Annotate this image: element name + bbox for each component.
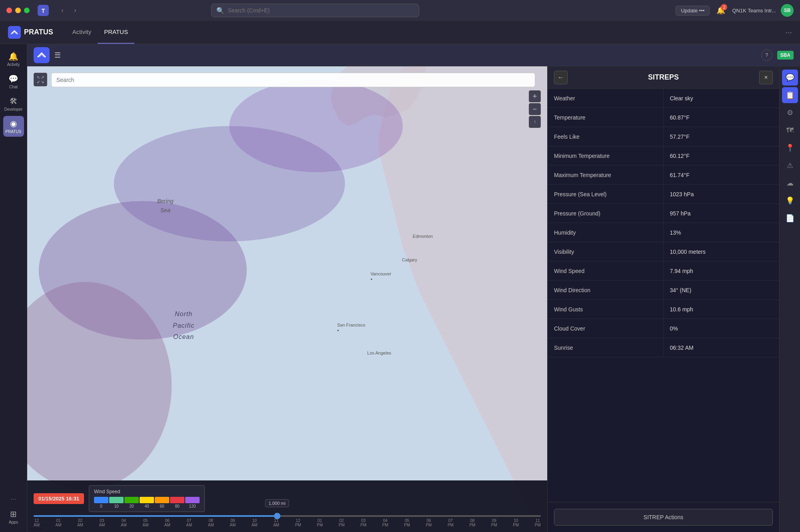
sitreps-back-button[interactable]: ← [554, 71, 568, 84]
calgary-label: Calgary [402, 257, 417, 262]
main-layout: 🔔 Activity 💬 Chat 🛠 Developer ◉ PRATUS ·… [0, 44, 800, 532]
pressure-sea-label: Pressure (Sea Level) [548, 185, 664, 203]
nav-more-button[interactable]: ··· [785, 28, 792, 37]
chat-bubble-icon: 💬 [786, 73, 794, 82]
ws-0: 0 [94, 497, 108, 508]
brand: PRATUS [8, 26, 53, 39]
user-avatar[interactable]: SB [781, 4, 794, 17]
activity-icon: 🔔 [8, 52, 18, 61]
maximize-window-button[interactable] [24, 8, 30, 13]
temperature-label: Temperature [548, 108, 664, 127]
map-area[interactable]: BeringSea NorthPacificOcean Edmonton Cal… [27, 66, 547, 532]
forward-nav-button[interactable]: › [70, 5, 81, 16]
compass-button[interactable]: ↑ [529, 116, 541, 128]
back-nav-button[interactable]: ‹ [57, 5, 68, 16]
app-header: ☰ ? SBA [27, 44, 800, 66]
teams-logo-icon: T [38, 5, 49, 16]
right-strip-settings-button[interactable]: ⚙ [782, 105, 798, 121]
zoom-out-button[interactable]: − [529, 103, 541, 115]
svg-text:T: T [42, 8, 45, 14]
ws-label-80: 80 [175, 504, 179, 508]
hamburger-menu-button[interactable]: ☰ [54, 51, 61, 60]
zoom-in-button[interactable]: + [529, 90, 541, 102]
ws-label-60: 60 [160, 504, 164, 508]
address-search-input[interactable] [228, 7, 414, 14]
ws-swatch-80 [170, 497, 184, 503]
timeline-slider[interactable]: 1,000 mi [34, 515, 541, 517]
wind-dir-value: 34° (NE) [664, 281, 780, 299]
timeline-top: 01/15/2025 16:31 Wind Speed 0 10 [34, 485, 541, 512]
update-button[interactable]: Update ••• [676, 6, 710, 16]
table-row: Pressure (Ground) 957 hPa [548, 204, 779, 223]
right-strip-lightbulb-button[interactable]: 💡 [782, 193, 798, 209]
map-search-input[interactable] [51, 73, 535, 87]
sitreps-data-table: Weather Clear sky Temperature 60.87°F Fe… [548, 89, 779, 502]
address-search-bar[interactable]: 🔍 [211, 4, 419, 17]
wind-speed-legend: Wind Speed 0 10 [89, 485, 205, 512]
right-strip-location-button[interactable]: 📍 [782, 140, 798, 156]
vancouver-label: Vancouver● [370, 271, 391, 281]
update-label: Update ••• [681, 8, 704, 14]
cloud-cover-label: Cloud Cover [548, 319, 664, 338]
user-badge: SBA [777, 51, 794, 60]
sidebar-more-button[interactable]: ··· [10, 495, 16, 503]
zoom-controls: + − ↑ [529, 90, 541, 128]
right-strip-document-button[interactable]: 📋 [782, 87, 798, 103]
table-row: Wind Direction 34° (NE) [548, 281, 779, 300]
right-strip-chat-button[interactable]: 💬 [782, 70, 798, 86]
la-label: Los Angeles [367, 351, 391, 355]
ws-40: 40 [140, 497, 154, 508]
right-strip-report-button[interactable]: 📄 [782, 210, 798, 226]
help-button[interactable]: ? [761, 50, 772, 61]
title-bar: T ‹ › 🔍 Update ••• 🔔 2 QN1K Teams Intr..… [0, 0, 800, 21]
settings-gear-icon: ⚙ [787, 108, 793, 117]
map-search-container[interactable] [51, 73, 535, 87]
right-strip-cloud-button[interactable]: ☁ [782, 175, 798, 191]
sidebar-item-activity[interactable]: 🔔 Activity [3, 49, 24, 70]
map-background: BeringSea NorthPacificOcean Edmonton Cal… [27, 66, 547, 532]
ws-label-120: 120 [189, 504, 196, 508]
map-book-icon: 🗺 [786, 126, 794, 135]
notifications-button[interactable]: 🔔 2 [714, 4, 727, 17]
developer-icon: 🛠 [10, 97, 18, 106]
sidebar-item-chat[interactable]: 💬 Chat [3, 71, 24, 92]
visibility-label: Visibility [548, 242, 664, 261]
close-window-button[interactable] [6, 8, 12, 13]
tab-activity[interactable]: Activity [66, 21, 98, 44]
timeline-progress [34, 515, 277, 517]
table-row: Wind Gusts 10.6 mph [548, 300, 779, 319]
table-row: Humidity 13% [548, 223, 779, 242]
sitrep-actions-button[interactable]: SITREP Actions [554, 509, 773, 526]
ws-swatch-60 [155, 497, 169, 503]
ws-20: 20 [124, 497, 139, 508]
sitreps-close-button[interactable]: × [759, 71, 773, 84]
lightbulb-icon: 💡 [786, 196, 794, 205]
table-row: Wind Speed 7.94 mph [548, 261, 779, 281]
svg-point-5 [114, 126, 345, 241]
right-strip-map-button[interactable]: 🗺 [782, 122, 798, 138]
timeline-thumb[interactable] [274, 513, 280, 519]
title-bar-right: Update ••• 🔔 2 QN1K Teams Intr... SB [676, 4, 794, 17]
sitreps-panel: ← SITREPS × Weather Clear sky Temperatur… [547, 66, 779, 532]
ws-label-10: 10 [114, 504, 118, 508]
tab-pratus[interactable]: PRATUS [98, 21, 134, 44]
pressure-ground-value: 957 hPa [664, 204, 780, 223]
humidity-label: Humidity [548, 223, 664, 242]
pressure-sea-value: 1023 hPa [664, 185, 780, 203]
sidebar-item-developer[interactable]: 🛠 Developer [3, 94, 24, 114]
pressure-ground-label: Pressure (Ground) [548, 204, 664, 223]
nav-arrows: ‹ › [57, 5, 81, 16]
ws-swatch-20 [124, 497, 139, 503]
pacific-ocean-label: NorthPacificOcean [173, 309, 194, 343]
sidebar-item-pratus[interactable]: ◉ PRATUS [3, 116, 24, 137]
table-row: Minimum Temperature 60.12°F [548, 146, 779, 165]
cloud-icon: ☁ [786, 179, 794, 187]
right-strip-warning-button[interactable]: ⚠ [782, 157, 798, 173]
brand-logo-icon [8, 26, 21, 39]
location-pin-icon: 📍 [786, 143, 794, 152]
minimize-window-button[interactable] [15, 8, 21, 13]
ws-80: 80 [170, 497, 184, 508]
sidebar-item-apps[interactable]: ⊞ Apps [3, 506, 24, 527]
expand-map-button[interactable]: ↖ ↗ ↙ ↘ [34, 73, 47, 86]
table-row: Sunrise 06:32 AM [548, 338, 779, 357]
